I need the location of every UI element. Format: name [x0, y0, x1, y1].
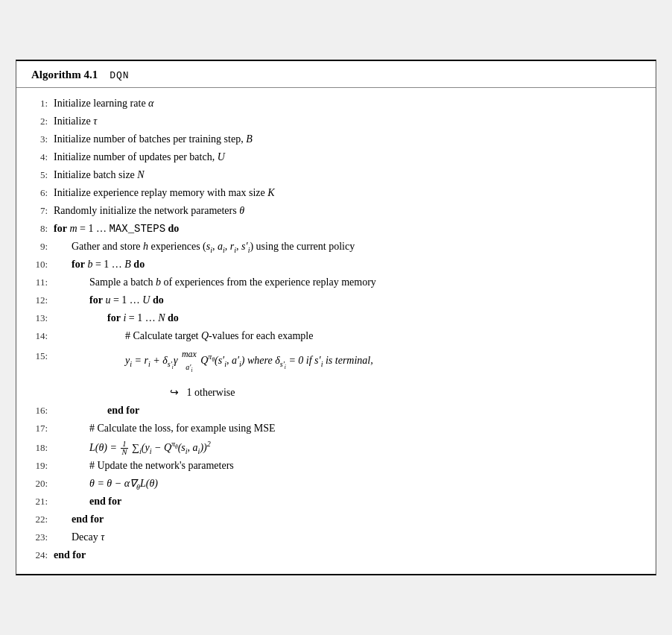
algorithm-name: DQN [110, 70, 129, 81]
linenum-19: 19: [31, 458, 54, 473]
line-19: 19: # Update the network's parameters [31, 458, 641, 476]
linecontent-9: Gather and store h experiences (si, ai, … [72, 238, 641, 256]
line-12: 12: for u = 1 … U do [31, 292, 641, 310]
linenum-18: 18: [31, 440, 54, 455]
linenum-3: 3: [31, 132, 54, 147]
linenum-21: 21: [31, 494, 54, 509]
line-18: 18: L(θ) = 1 N ∑i(yi − Qπθ(si, ai))2 [31, 438, 641, 457]
linecontent-5: Initialize batch size N [54, 167, 641, 183]
linecontent-6: Initialize experience replay memory with… [54, 185, 641, 201]
linecontent-10: for b = 1 … B do [72, 256, 641, 273]
linenum-13: 13: [31, 311, 54, 326]
line-6: 6: Initialize experience replay memory w… [31, 185, 641, 203]
line-17: 17: # Calculate the loss, for example us… [31, 420, 641, 438]
linenum-10: 10: [31, 257, 54, 272]
linenum-5: 5: [31, 168, 54, 183]
linecontent-22: end for [72, 511, 641, 528]
line-7: 7: Randomly initialize the network param… [31, 203, 641, 221]
line-15: 15: yi = ri + δs′iγ max a′i Qπθ(s′i, a′i… [31, 346, 641, 385]
linenum-14: 14: [31, 329, 54, 344]
linecontent-18: L(θ) = 1 N ∑i(yi − Qπθ(si, ai))2 [89, 438, 641, 457]
linecontent-11: Sample a batch b of experiences from the… [89, 274, 641, 291]
linecontent-1: Initialize learning rate α [54, 95, 641, 112]
line-11: 11: Sample a batch b of experiences from… [31, 274, 641, 292]
line-16: 16: end for [31, 402, 641, 420]
linecontent-17: # Calculate the loss, for example using … [89, 420, 641, 437]
linenum-23: 23: [31, 530, 54, 545]
linenum-4: 4: [31, 150, 54, 165]
linenum-20: 20: [31, 476, 54, 491]
linenum-1: 1: [31, 96, 54, 111]
linenum-16: 16: [31, 403, 54, 418]
linecontent-2: Initialize τ [54, 113, 641, 130]
linenum-24: 24: [31, 548, 54, 563]
linecontent-12: for u = 1 … U do [89, 292, 641, 309]
linenum-9: 9: [31, 239, 54, 254]
algorithm-box: Algorithm 4.1 DQN 1: Initialize learning… [16, 60, 656, 575]
linecontent-21: end for [89, 493, 641, 510]
algorithm-header: Algorithm 4.1 DQN [16, 61, 656, 88]
linecontent-24: end for [54, 547, 641, 563]
linecontent-14: # Calculate target Q-values for each exa… [125, 328, 641, 344]
line-24: 24: end for [31, 547, 641, 565]
line-20: 20: θ = θ − α∇θL(θ) [31, 476, 641, 493]
line-continuation: ↪ 1 otherwise [31, 385, 641, 402]
linenum-6: 6: [31, 186, 54, 200]
linecontent-20: θ = θ − α∇θL(θ) [89, 476, 641, 493]
line-4: 4: Initialize number of updates per batc… [31, 149, 641, 167]
linenum-2: 2: [31, 114, 54, 129]
line-9: 9: Gather and store h experiences (si, a… [31, 238, 641, 256]
linecontent-4: Initialize number of updates per batch, … [54, 149, 641, 165]
line-14: 14: # Calculate target Q-values for each… [31, 328, 641, 346]
linenum-8: 8: [31, 221, 54, 236]
linecontent-3: Initialize number of batches per trainin… [54, 131, 641, 148]
linenum-17: 17: [31, 421, 54, 436]
line-5: 5: Initialize batch size N [31, 167, 641, 185]
line-22: 22: end for [31, 511, 641, 529]
line-13: 13: for i = 1 … N do [31, 310, 641, 328]
algorithm-title: Algorithm 4.1 [31, 69, 98, 81]
linecontent-15: yi = ri + δs′iγ max a′i Qπθ(s′i, a′i) wh… [125, 346, 641, 375]
line-10: 10: for b = 1 … B do [31, 256, 641, 274]
line-21: 21: end for [31, 493, 641, 511]
linecontent-13: for i = 1 … N do [107, 310, 641, 326]
line-1: 1: Initialize learning rate α [31, 95, 641, 113]
line-2: 2: Initialize τ [31, 113, 641, 131]
linenum-7: 7: [31, 203, 54, 218]
linecontent-19: # Update the network's parameters [89, 458, 641, 474]
linecontent-16: end for [107, 402, 641, 419]
line-23: 23: Decay τ [31, 529, 641, 547]
linecontent-7: Randomly initialize the network paramete… [54, 203, 641, 219]
line-3: 3: Initialize number of batches per trai… [31, 131, 641, 149]
linecontent-8: for m = 1 … MAX_STEPS do [54, 221, 641, 238]
linenum-15: 15: [31, 346, 54, 364]
linenum-22: 22: [31, 512, 54, 527]
linenum-12: 12: [31, 293, 54, 308]
linecontent-cont: ↪ 1 otherwise [125, 385, 641, 401]
line-8: 8: for m = 1 … MAX_STEPS do [31, 221, 641, 238]
linenum-11: 11: [31, 275, 54, 290]
algorithm-body: 1: Initialize learning rate α 2: Initial… [16, 88, 656, 573]
linecontent-23: Decay τ [72, 529, 641, 546]
